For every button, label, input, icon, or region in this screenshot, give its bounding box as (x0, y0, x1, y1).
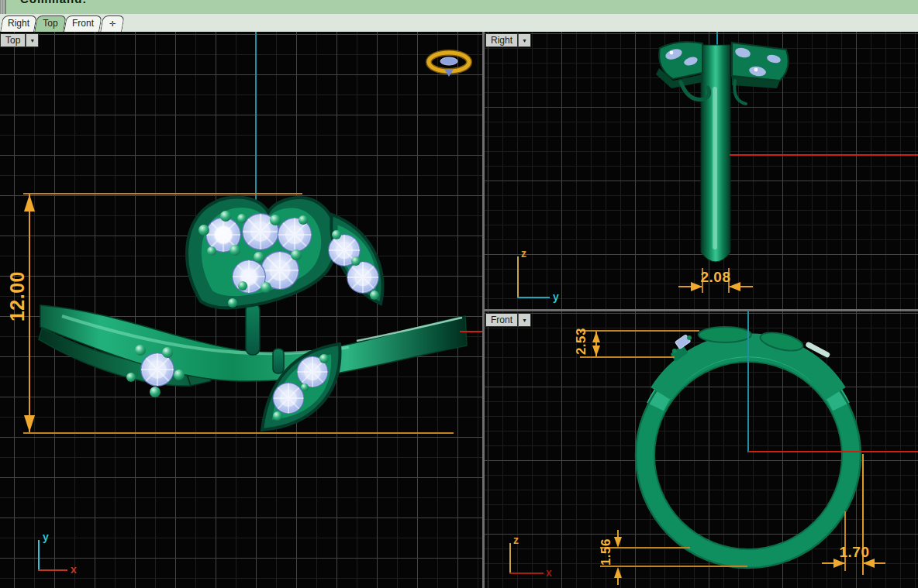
tab-front[interactable]: Front (65, 15, 101, 32)
dimension-value: 12.00 (6, 271, 29, 322)
extension-line (23, 193, 302, 194)
ring-model-top-view[interactable] (0, 32, 482, 588)
y-axis-label: y (553, 291, 559, 303)
command-text: Command: (20, 0, 87, 5)
chevron-down-icon[interactable]: ▾ (518, 33, 531, 47)
dimension-line (29, 194, 30, 432)
viewport-title-right[interactable]: Right ▾ (485, 33, 531, 47)
tab-front-label: Front (65, 15, 101, 32)
dimension-value: 2.53 (574, 328, 589, 355)
extension-line (23, 432, 454, 434)
dimension-arrow-icon (592, 332, 600, 342)
viewport-title-top-label: Top (0, 33, 26, 47)
dimension-arrow-icon (614, 537, 622, 548)
dimension-arrow-icon (24, 194, 35, 211)
viewport-title-front-label: Front (485, 313, 518, 327)
x-axis-label: x (546, 566, 552, 579)
viewport-tab-bar: Right Top Front ✛ (0, 14, 918, 32)
dimension-arrow-icon (592, 346, 600, 356)
tab-top-label: Top (36, 15, 65, 32)
cplane-axis-front-z (747, 311, 749, 452)
y-axis-label: y (43, 531, 49, 543)
tab-right-label: Right (2, 15, 36, 32)
dimension-arrow-icon (614, 567, 622, 578)
dimension-arrow-icon (24, 415, 35, 432)
extension-line (600, 566, 747, 567)
cplane-axis-top-x (460, 331, 482, 332)
command-bar[interactable]: Command: (0, 0, 918, 15)
cad-window: Command: Right Top Front ✛ Top ▾ Right ▾… (0, 0, 918, 588)
viewport-title-top[interactable]: Top ▾ (0, 33, 39, 47)
extension-line (580, 356, 675, 358)
z-axis-label: z (513, 534, 519, 546)
plus-icon: ✛ (102, 15, 123, 32)
z-axis-label: z (521, 247, 526, 260)
tab-right[interactable]: Right (2, 15, 36, 32)
x-axis-label: x (71, 563, 77, 576)
chevron-down-icon[interactable]: ▾ (26, 33, 39, 47)
tab-new-viewport[interactable]: ✛ (102, 15, 123, 32)
dimension-value: 1.70 (837, 544, 871, 561)
dimension-value: 2.08 (699, 269, 733, 286)
cplane-axis-right-y (730, 154, 918, 156)
chevron-down-icon[interactable]: ▾ (518, 313, 531, 327)
gold-ring-object[interactable] (425, 49, 473, 78)
viewport-title-front[interactable]: Front ▾ (485, 313, 531, 327)
dimension-value: 1.56 (599, 538, 614, 566)
tab-top[interactable]: Top (36, 15, 65, 32)
viewport-title-right-label: Right (485, 33, 518, 47)
cplane-axis-front-x (748, 451, 918, 452)
